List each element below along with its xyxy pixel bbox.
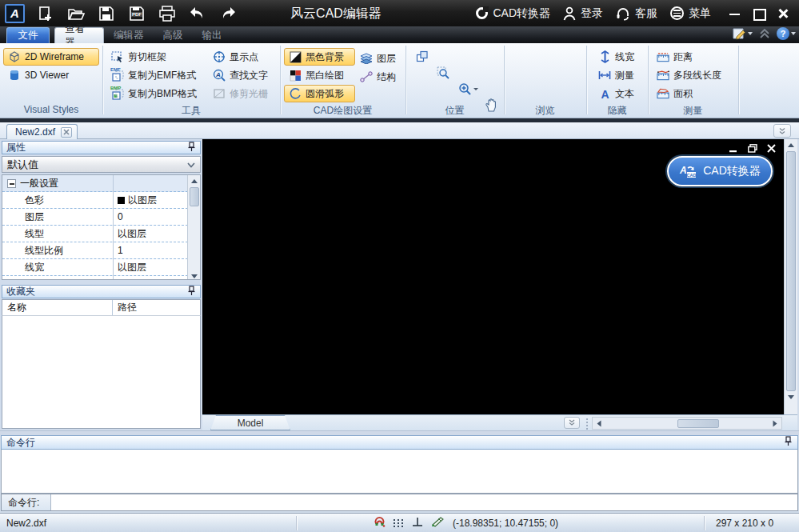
scroll-left-icon[interactable] <box>597 420 601 426</box>
smooth-arc-button[interactable]: 圆滑弧形 <box>284 85 355 102</box>
property-row[interactable]: 线型比例 1 <box>2 242 188 259</box>
status-coordinates: (-18.98351; 10.47155; 0) <box>449 514 558 532</box>
property-row[interactable]: 线宽 以图层 <box>2 259 188 276</box>
pin-icon[interactable] <box>187 142 196 154</box>
black-background-button[interactable]: 黑色背景 <box>284 48 355 66</box>
copy-emf-button[interactable]: EMF 复制为EMF格式 <box>106 66 201 84</box>
pin-icon[interactable] <box>784 436 793 449</box>
minimize-button[interactable] <box>729 7 741 20</box>
grid-toggle-icon[interactable] <box>394 519 404 527</box>
close-button[interactable] <box>777 7 789 20</box>
favorites-panel-header[interactable]: 收藏夹 <box>2 285 201 298</box>
open-file-button[interactable] <box>66 4 86 23</box>
cad-converter-action[interactable]: CAD转换器 <box>473 6 553 21</box>
cad-converter-floating-button[interactable]: ACAD CAD转换器 <box>667 156 773 186</box>
undo-button[interactable] <box>188 4 207 23</box>
new-file-button[interactable] <box>36 4 55 23</box>
line-width-button[interactable]: 线宽 <box>593 48 639 66</box>
polyline-length-button[interactable]: 多段线长度 <box>652 66 726 84</box>
status-bar: New2.dxf (-18.98351; 10.47155; 0) 297 x … <box>0 513 799 532</box>
zoom-window-button[interactable] <box>435 65 451 81</box>
3d-viewer-button[interactable]: 3D Viewer <box>3 66 99 84</box>
viewport-minimize-button[interactable] <box>729 144 738 155</box>
polar-toggle-icon[interactable] <box>431 516 445 530</box>
command-panel-header[interactable]: 命令行 <box>1 435 798 450</box>
menu-label: 菜单 <box>689 6 711 21</box>
splitter-dots[interactable] <box>586 418 588 430</box>
find-text-button[interactable]: A 查找文字 <box>208 66 273 84</box>
2d-wireframe-button[interactable]: 2D Wireframe <box>3 48 99 66</box>
property-group-row[interactable]: 一般设置 <box>2 175 188 192</box>
properties-panel-header[interactable]: 属性 <box>2 141 201 154</box>
layout-list-button[interactable] <box>564 417 580 429</box>
command-output[interactable] <box>1 450 798 494</box>
column-header-path[interactable]: 路径 <box>113 301 137 314</box>
scroll-up-icon[interactable] <box>191 179 198 183</box>
tab-output[interactable]: 输出 <box>193 27 232 43</box>
scroll-down-icon[interactable] <box>191 274 198 278</box>
tab-file[interactable]: 文件 <box>6 27 50 43</box>
collapse-ribbon-icon[interactable] <box>759 29 770 38</box>
headset-icon <box>616 6 630 21</box>
collapse-group-icon[interactable] <box>7 179 16 188</box>
favorites-list[interactable] <box>2 316 201 429</box>
viewport-close-button[interactable] <box>767 144 776 155</box>
tab-advanced[interactable]: 高级 <box>154 27 193 43</box>
redo-button[interactable] <box>218 4 238 23</box>
scroll-right-icon[interactable] <box>773 420 777 426</box>
model-tab[interactable]: Model <box>210 415 290 430</box>
structure-button[interactable]: 结构 <box>355 68 401 86</box>
properties-title: 属性 <box>6 141 26 154</box>
bw-drawing-button[interactable]: 黑白绘图 <box>284 66 355 84</box>
text-toggle-button[interactable]: A 文本 <box>593 85 639 102</box>
document-tab[interactable]: New2.dxf <box>6 124 78 139</box>
menu-action[interactable]: 菜单 <box>667 6 714 21</box>
property-row[interactable]: 图层 0 <box>2 209 188 226</box>
help-button[interactable]: ? <box>777 27 796 40</box>
maximize-button[interactable] <box>753 7 765 20</box>
canvas-vertical-scrollbar[interactable] <box>784 139 797 414</box>
viewport-restore-button[interactable] <box>748 144 757 155</box>
support-action[interactable]: 客服 <box>613 6 661 21</box>
undo-icon <box>189 6 206 21</box>
ortho-toggle-icon[interactable] <box>412 517 423 530</box>
property-row[interactable]: 色彩 以图层 <box>2 192 188 209</box>
quick-edit-button[interactable] <box>733 28 753 40</box>
osnap-toggle-icon[interactable] <box>374 515 386 530</box>
copy-bmp-button[interactable]: BMP 复制为BMP格式 <box>106 85 202 102</box>
property-preset-select[interactable]: 默认值 <box>2 156 201 173</box>
scroll-down-icon[interactable] <box>788 395 794 399</box>
column-header-name[interactable]: 名称 <box>2 300 113 315</box>
document-close-button[interactable] <box>61 127 72 138</box>
drawing-canvas[interactable]: ACAD CAD转换器 <box>202 139 784 414</box>
trim-raster-button[interactable]: 修剪光栅 <box>208 85 273 102</box>
tab-editor[interactable]: 编辑器 <box>104 27 154 43</box>
save-as-pdf-button[interactable]: PDF <box>127 4 146 23</box>
canvas-horizontal-scrollbar[interactable] <box>592 417 782 430</box>
scroll-thumb[interactable] <box>190 187 199 206</box>
tab-viewer[interactable]: 查看器 <box>54 27 104 43</box>
command-input[interactable] <box>51 494 797 510</box>
window-title: 风云CAD编辑器 <box>248 6 424 22</box>
tab-list-button[interactable] <box>773 124 791 138</box>
save-button[interactable] <box>97 4 116 23</box>
paste-view-button[interactable] <box>414 49 430 65</box>
color-swatch <box>118 197 125 204</box>
scroll-up-icon[interactable] <box>788 143 794 147</box>
clip-frame-button[interactable]: 剪切框架 <box>106 48 171 66</box>
distance-button[interactable]: 距离 <box>652 48 697 66</box>
pin-icon[interactable] <box>187 286 196 298</box>
group-label-hide: 隐藏 <box>586 104 648 116</box>
scroll-thumb[interactable] <box>786 151 796 391</box>
show-points-button[interactable]: 显示点 <box>208 48 263 66</box>
zoom-in-button[interactable] <box>456 81 480 97</box>
area-button[interactable]: 面积 <box>652 85 697 102</box>
print-button[interactable] <box>158 4 177 23</box>
property-row[interactable]: 线型 以图层 <box>2 226 188 242</box>
layers-button[interactable]: 图层 <box>355 50 401 67</box>
measure-toggle-button[interactable]: 测量 <box>593 66 639 84</box>
app-logo-icon[interactable]: A <box>5 4 25 23</box>
scroll-thumb[interactable] <box>677 419 719 428</box>
login-action[interactable]: 登录 <box>560 6 606 21</box>
properties-scrollbar[interactable] <box>187 175 200 279</box>
